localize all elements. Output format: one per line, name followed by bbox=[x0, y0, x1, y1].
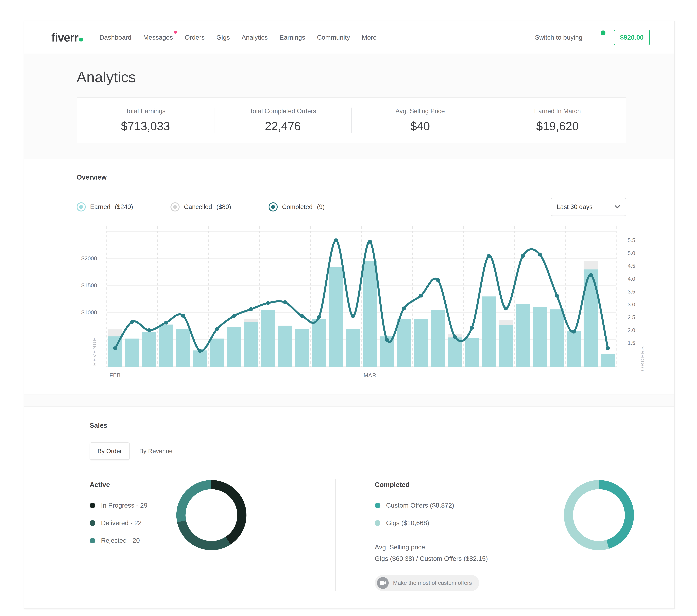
unread-messages-dot bbox=[174, 31, 177, 34]
app-window: fiverr DashboardMessagesOrdersGigsAnalyt… bbox=[24, 21, 674, 609]
avg-selling-price-detail: Gigs ($60.38) / Custom Offers ($82.15) bbox=[375, 553, 488, 564]
online-status-dot bbox=[600, 30, 606, 36]
nav-item-earnings[interactable]: Earnings bbox=[279, 34, 305, 41]
filter-radio-cancelled[interactable]: Cancelled ($80) bbox=[170, 202, 231, 211]
section-divider-band bbox=[24, 395, 674, 407]
svg-text:5.5: 5.5 bbox=[628, 237, 635, 243]
svg-text:2.0: 2.0 bbox=[628, 327, 635, 333]
legend-item: Delivered - 22 bbox=[90, 519, 147, 527]
filter-label: Completed bbox=[282, 203, 312, 210]
nav-item-gigs[interactable]: Gigs bbox=[216, 34, 230, 41]
filter-label: Cancelled bbox=[184, 203, 212, 210]
completed-orders-column: Completed Custom Offers ($8,872) Gigs ($… bbox=[336, 479, 674, 591]
legend-item: In Progress - 29 bbox=[90, 502, 147, 509]
revenue-orders-chart: $1000$1500$20005.55.04.54.03.53.02.52.01… bbox=[24, 223, 674, 383]
user-avatar[interactable] bbox=[591, 30, 605, 44]
filter-amount: ($80) bbox=[217, 203, 231, 210]
tab-by-revenue[interactable]: By Revenue bbox=[139, 448, 173, 455]
stats-card: Total Earnings $713,033Total Completed O… bbox=[77, 97, 626, 143]
radio-icon bbox=[170, 202, 180, 211]
filter-label: Earned bbox=[90, 203, 110, 210]
legend-label: In Progress - 29 bbox=[101, 502, 147, 509]
cta-label: Make the most of custom offers bbox=[393, 580, 472, 586]
overview-heading: Overview bbox=[77, 173, 674, 181]
legend-dot-icon bbox=[90, 538, 95, 543]
stat-1: Total Completed Orders 22,476 bbox=[214, 107, 352, 133]
fiverr-logo-text: fiverr bbox=[51, 31, 78, 44]
sales-tabs: By Order By Revenue bbox=[90, 442, 674, 460]
stat-3: Earned In March $19,620 bbox=[489, 107, 626, 133]
completed-orders-donut-chart bbox=[564, 480, 634, 551]
nav-item-orders[interactable]: Orders bbox=[185, 34, 205, 41]
filter-amount: ($240) bbox=[115, 203, 133, 210]
svg-text:3.5: 3.5 bbox=[628, 289, 635, 295]
stat-label: Avg. Selling Price bbox=[352, 107, 489, 115]
svg-text:2.5: 2.5 bbox=[628, 314, 635, 320]
nav-item-analytics[interactable]: Analytics bbox=[241, 34, 268, 41]
sales-heading: Sales bbox=[90, 422, 674, 429]
custom-offers-cta-button[interactable]: Make the most of custom offers bbox=[375, 575, 479, 591]
legend-dot-icon bbox=[375, 503, 381, 508]
nav-item-dashboard[interactable]: Dashboard bbox=[100, 34, 131, 41]
overview-chart[interactable]: $1000$1500$20005.55.04.54.03.53.02.52.01… bbox=[24, 223, 674, 383]
fiverr-logo[interactable]: fiverr bbox=[51, 31, 83, 44]
nav-item-community[interactable]: Community bbox=[317, 34, 350, 41]
stat-value: $40 bbox=[352, 119, 489, 133]
legend-item: Gigs ($10,668) bbox=[375, 519, 488, 527]
stat-value: $19,620 bbox=[489, 119, 626, 133]
switch-to-buying-link[interactable]: Switch to buying bbox=[535, 34, 582, 41]
legend-label: Rejected - 20 bbox=[101, 537, 140, 544]
nav-items: DashboardMessagesOrdersGigsAnalyticsEarn… bbox=[100, 34, 377, 41]
svg-text:FEB: FEB bbox=[109, 372, 121, 378]
fiverr-logo-dot-icon bbox=[79, 38, 83, 42]
completed-legend: Custom Offers ($8,872) Gigs ($10,668) bbox=[375, 502, 488, 527]
date-range-value: Last 30 days bbox=[557, 203, 593, 210]
top-nav: fiverr DashboardMessagesOrdersGigsAnalyt… bbox=[24, 21, 674, 54]
nav-item-messages[interactable]: Messages bbox=[143, 34, 173, 41]
avg-selling-price-block: Avg. Selling price Gigs ($60.38) / Custo… bbox=[375, 542, 488, 564]
stat-label: Total Completed Orders bbox=[214, 107, 352, 115]
svg-text:1.5: 1.5 bbox=[628, 340, 635, 346]
nav-right: Switch to buying $920.00 bbox=[535, 30, 650, 45]
svg-text:$2000: $2000 bbox=[81, 255, 97, 262]
legend-dot-icon bbox=[375, 520, 381, 526]
svg-text:$1500: $1500 bbox=[81, 282, 97, 289]
svg-text:REVENUE: REVENUE bbox=[92, 337, 97, 366]
active-orders-column: Active In Progress - 29 Delivered - 22 R… bbox=[24, 479, 336, 591]
chart-filters: Earned ($240) Cancelled ($80) Completed … bbox=[77, 198, 626, 216]
svg-text:5.0: 5.0 bbox=[628, 250, 635, 256]
stat-value: $713,033 bbox=[77, 119, 214, 133]
svg-text:MAR: MAR bbox=[364, 372, 376, 378]
stat-value: 22,476 bbox=[214, 119, 352, 133]
tab-by-order[interactable]: By Order bbox=[90, 442, 130, 460]
overview-section: Overview Earned ($240) Cancelled ($80) C… bbox=[24, 159, 674, 395]
legend-dot-icon bbox=[90, 503, 95, 508]
stat-label: Total Earnings bbox=[77, 107, 214, 115]
active-heading: Active bbox=[90, 481, 147, 488]
balance-button[interactable]: $920.00 bbox=[614, 30, 650, 45]
legend-dot-icon bbox=[90, 520, 95, 526]
sales-columns: Active In Progress - 29 Delivered - 22 R… bbox=[24, 479, 674, 591]
sales-section: Sales By Order By Revenue Active In Prog… bbox=[24, 407, 674, 608]
filter-amount: (9) bbox=[317, 203, 325, 210]
legend-label: Custom Offers ($8,872) bbox=[386, 502, 454, 509]
filter-radio-completed[interactable]: Completed (9) bbox=[269, 202, 325, 211]
chevron-down-icon bbox=[614, 205, 620, 209]
radio-icon bbox=[77, 202, 86, 211]
legend-label: Gigs ($10,668) bbox=[386, 519, 429, 527]
radio-icon bbox=[269, 202, 278, 211]
stat-0: Total Earnings $713,033 bbox=[77, 107, 214, 133]
completed-heading: Completed bbox=[375, 481, 488, 488]
active-orders-donut-chart bbox=[176, 480, 247, 551]
svg-text:$1000: $1000 bbox=[81, 309, 97, 316]
svg-text:4.0: 4.0 bbox=[628, 276, 635, 282]
date-range-select[interactable]: Last 30 days bbox=[551, 198, 626, 216]
video-camera-icon bbox=[377, 577, 389, 589]
nav-item-more[interactable]: More bbox=[362, 34, 377, 41]
legend-item: Rejected - 20 bbox=[90, 537, 147, 544]
svg-text:4.5: 4.5 bbox=[628, 263, 635, 269]
page-title: Analytics bbox=[77, 69, 674, 86]
svg-text:ORDERS: ORDERS bbox=[640, 346, 645, 371]
filter-radio-earned[interactable]: Earned ($240) bbox=[77, 202, 133, 211]
stat-label: Earned In March bbox=[489, 107, 626, 115]
